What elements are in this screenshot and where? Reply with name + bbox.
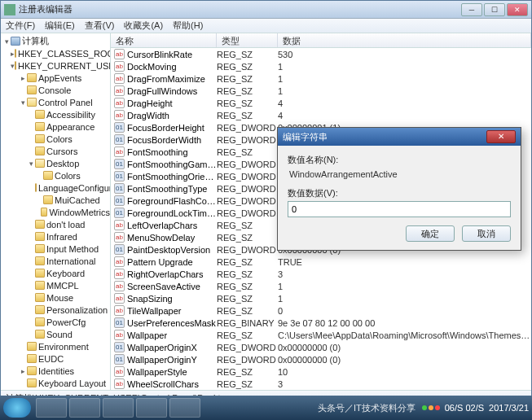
folder-icon [35,317,45,326]
value-name: SnapSizing [127,294,217,304]
value-row[interactable]: abWallpaperStyleREG_SZ10 [111,365,531,378]
tree-node[interactable]: Environment [1,340,110,352]
folder-icon [27,85,37,94]
value-row[interactable]: abDockMovingREG_SZ1 [111,60,531,72]
task-button[interactable] [36,398,67,418]
value-row[interactable]: abDragFromMaximizeREG_SZ1 [111,72,531,85]
expander-icon[interactable]: ▾ [2,37,11,46]
tree-node[interactable]: ▾计算机 [1,35,110,47]
tree-node[interactable]: ▸AppEvents [1,72,110,84]
value-row[interactable]: abRightOverlapCharsREG_SZ3 [111,268,531,280]
system-tray[interactable]: 06/S 02/S 2017/3/21 [422,403,529,413]
task-button[interactable] [169,398,200,418]
value-name: FontSmoothingOrientation [127,172,217,182]
tree-node[interactable]: Personalization [1,304,110,316]
value-row[interactable]: abCursorBlinkRateREG_SZ530 [111,48,531,60]
tree-node[interactable]: ▾Desktop [1,157,110,169]
value-row[interactable]: abDragFullWindowsREG_SZ1 [111,85,531,97]
value-row[interactable]: 01WallpaperOriginYREG_DWORD0x00000000 (0… [111,353,531,365]
value-data: 1 [278,74,531,84]
value-row[interactable]: abWallpaperREG_SZC:\Users\Mee\AppData\Ro… [111,329,531,341]
tree-node[interactable]: Sound [1,328,110,340]
expander-icon[interactable]: ▸ [19,74,27,82]
value-type: REG_DWORD [217,355,278,365]
tree-node[interactable]: WindowMetrics [1,206,110,218]
expander-icon[interactable]: ▾ [27,160,35,168]
start-button[interactable] [3,398,31,418]
menu-item[interactable]: 查看(V) [85,20,115,32]
tree-node[interactable]: ▸Identities [1,365,110,377]
folder-icon [35,232,45,241]
value-data: 9e 3e 07 80 12 00 00 00 [278,318,531,328]
task-button[interactable] [103,398,134,418]
tree-node[interactable]: Keyboard [1,267,110,279]
tree-node[interactable]: Accessibility [1,108,110,120]
tree-node[interactable]: International [1,255,110,267]
tree-node[interactable]: LanguageConfiguration [1,182,110,194]
value-name: FontSmoothingType [127,184,217,194]
value-row[interactable]: abTileWallpaperREG_SZ0 [111,304,531,317]
expander-icon[interactable]: ▸ [19,367,27,375]
tree-label: Infrared [46,232,77,242]
tree-node[interactable]: EUDC [1,352,110,365]
tree-node[interactable]: Colors [1,169,110,182]
value-row[interactable]: abScreenSaveActiveREG_SZ1 [111,280,531,292]
value-row[interactable]: 01UserPreferencesMaskREG_BINARY9e 3e 07 … [111,317,531,329]
value-name: RightOverlapChars [127,269,217,279]
tree-node[interactable]: Appearance [1,120,110,133]
menu-item[interactable]: 收藏夹(A) [124,20,163,32]
tree-node[interactable]: Input Method [1,243,110,255]
col-type[interactable]: 类型 [217,33,278,47]
value-name-label: 数值名称(N): [288,154,511,166]
tree-node[interactable]: ▾HKEY_CURRENT_USER [1,59,110,72]
ok-button[interactable]: 确定 [406,225,455,242]
tree-node[interactable]: Infrared [1,230,110,243]
string-icon: ab [114,73,125,84]
tree-node[interactable]: Mouse [1,291,110,304]
maximize-button[interactable]: ☐ [484,3,505,16]
menu-item[interactable]: 文件(F) [6,20,35,32]
tree-node[interactable]: MuiCached [1,194,110,206]
tree-label: Appearance [46,122,95,132]
dialog-close-button[interactable]: ✕ [486,130,516,143]
tree-node[interactable]: Colors [1,133,110,145]
value-row[interactable]: abDragHeightREG_SZ4 [111,97,531,109]
task-button[interactable] [136,398,167,418]
tree-node[interactable]: ▸HKEY_CLASSES_ROOT [1,47,110,59]
value-data-input[interactable] [288,201,511,217]
dialog-titlebar[interactable]: 编辑字符串 ✕ [278,128,521,146]
tree-label: Sound [46,330,73,339]
minimize-button[interactable]: ─ [461,3,482,16]
tree-node[interactable]: Cursors [1,145,110,157]
regedit-icon [4,4,15,15]
tree-label: PowerCfg [46,317,86,327]
taskbar[interactable]: 头条号／IT技术资料分享 06/S 02/S 2017/3/21 [0,396,532,420]
menu-item[interactable]: 帮助(H) [173,20,203,32]
tree-node[interactable]: MMCPL [1,279,110,291]
value-row[interactable]: abPattern UpgradeREG_SZTRUE [111,256,531,268]
titlebar[interactable]: 注册表编辑器 ─ ☐ ✕ [1,1,531,19]
close-button[interactable]: ✕ [507,3,528,16]
cancel-button[interactable]: 取消 [462,225,511,242]
col-name[interactable]: 名称 [111,33,217,47]
value-type: REG_DWORD [217,343,278,352]
value-row[interactable]: 01WallpaperOriginXREG_DWORD0x00000000 (0… [111,341,531,353]
value-row[interactable]: abDragWidthREG_SZ4 [111,109,531,121]
value-row[interactable]: abWheelScrollCharsREG_SZ3 [111,378,531,390]
task-button[interactable] [69,398,100,418]
folder-icon [43,171,53,180]
binary-icon: 01 [114,134,125,145]
tree-node[interactable]: Keyboard Layout [1,377,110,389]
menu-item[interactable]: 编辑(E) [45,20,75,32]
tree-label: MuiCached [55,195,100,205]
value-row[interactable]: abSnapSizingREG_SZ1 [111,292,531,304]
tree-node[interactable]: don't load [1,218,110,230]
value-data: 0x00000000 (0) [278,355,531,365]
tree-view[interactable]: ▾计算机▸HKEY_CLASSES_ROOT▾HKEY_CURRENT_USER… [1,33,111,390]
expander-icon[interactable]: ▾ [19,98,27,107]
string-icon: ab [114,281,125,291]
tree-node[interactable]: ▾Control Panel [1,96,110,108]
col-data[interactable]: 数据 [278,33,531,47]
tree-node[interactable]: PowerCfg [1,316,110,328]
tree-node[interactable]: Console [1,84,110,96]
